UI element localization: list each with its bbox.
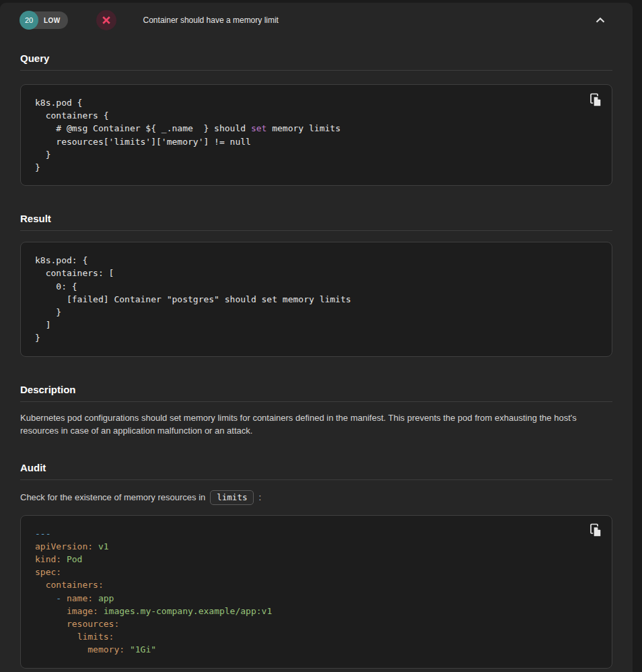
description-text: Kubernetes pod configurations should set…: [20, 411, 612, 438]
audit-section: Audit Check for the existence of memory …: [20, 462, 612, 669]
collapse-button[interactable]: [592, 12, 608, 28]
finding-header[interactable]: 20 LOW Container should have a memory li…: [0, 3, 633, 38]
finding-panel: 20 LOW Container should have a memory li…: [0, 3, 633, 672]
failed-status-icon: [96, 10, 116, 30]
audit-text-before: Check for the existence of memory resour…: [20, 490, 205, 505]
scrollbar[interactable]: [633, 0, 642, 672]
audit-heading: Audit: [20, 462, 612, 480]
query-section: Query k8s.pod { containers { # @msg Cont…: [20, 53, 612, 186]
result-heading: Result: [20, 213, 612, 231]
query-heading: Query: [20, 53, 612, 71]
copy-icon: [590, 523, 602, 537]
query-code-block: k8s.pod { containers { # @msg Container …: [20, 84, 612, 186]
finding-count-badge: 20: [20, 11, 38, 30]
chevron-up-icon: [596, 18, 605, 23]
copy-icon: [590, 93, 602, 107]
result-code-block: k8s.pod: { containers: [ 0: { [failed] C…: [20, 242, 612, 356]
inline-code-limits: limits: [210, 490, 254, 505]
audit-code-block: ---apiVersion: v1kind: Podspec: containe…: [20, 515, 612, 669]
copy-button[interactable]: [587, 523, 604, 539]
severity-label: LOW: [44, 17, 61, 24]
description-heading: Description: [20, 384, 612, 402]
result-section: Result k8s.pod: { containers: [ 0: { [fa…: [20, 213, 612, 356]
finding-title: Container should have a memory limit: [143, 15, 279, 25]
description-section: Description Kubernetes pod configuration…: [20, 384, 612, 438]
severity-badge: 20 LOW: [20, 11, 68, 29]
copy-button[interactable]: [587, 92, 604, 108]
audit-text-after: :: [258, 490, 261, 505]
audit-intro-text: Check for the existence of memory resour…: [20, 490, 612, 505]
